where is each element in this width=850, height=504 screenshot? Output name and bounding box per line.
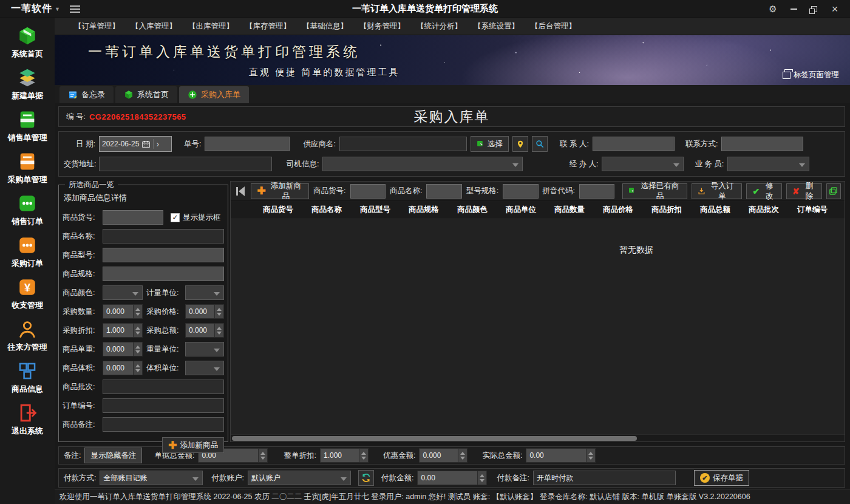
- horizontal-scrollbar[interactable]: [231, 434, 845, 441]
- tab-page-manager-button[interactable]: 标签页面管理: [783, 70, 839, 80]
- batch-input[interactable]: [103, 380, 224, 394]
- spinner-arrows[interactable]: [133, 342, 142, 356]
- col-price[interactable]: 商品价格: [594, 205, 642, 215]
- spinner-arrows[interactable]: [477, 471, 486, 485]
- sidebar-item-purchase-orders-mgmt[interactable]: 采购单管理: [1, 151, 53, 185]
- date-expand-arrow[interactable]: ›: [153, 139, 160, 149]
- col-model[interactable]: 商品型号: [351, 205, 399, 215]
- menu-backend-mgmt[interactable]: 【后台管理】: [531, 21, 576, 32]
- contact-input[interactable]: [593, 137, 675, 151]
- spinner-arrows[interactable]: [458, 449, 467, 462]
- add-new-product-button[interactable]: ✚ 添加新商品: [162, 437, 224, 453]
- menu-inbound-mgmt[interactable]: 【入库管理】: [131, 21, 177, 32]
- purchase-price-spinner[interactable]: 0.000: [185, 304, 224, 319]
- address-input[interactable]: [99, 157, 272, 171]
- search-pinyin-input[interactable]: [579, 184, 614, 199]
- volume-unit-select[interactable]: [185, 361, 224, 375]
- product-color-select[interactable]: [103, 285, 143, 300]
- sidebar-item-purchase-order[interactable]: 采购订单: [1, 235, 53, 269]
- measure-unit-select[interactable]: [185, 285, 224, 300]
- spinner-arrows[interactable]: [258, 449, 267, 462]
- sidebar-item-product-info[interactable]: 商品信息: [1, 361, 53, 395]
- sidebar-item-contacts[interactable]: 往来方管理: [1, 319, 53, 353]
- contact-way-input[interactable]: [721, 137, 803, 151]
- restore-window-button[interactable]: [806, 2, 822, 16]
- whole-discount-spinner[interactable]: 1.000: [320, 448, 369, 463]
- delete-row-button[interactable]: ✘ 删除: [786, 183, 822, 199]
- menu-statistics[interactable]: 【统计分析】: [416, 21, 462, 32]
- spinner-arrows[interactable]: [214, 305, 223, 318]
- col-remark[interactable]: 商品备注: [837, 205, 845, 215]
- pay-method-select[interactable]: 全部账目记账: [100, 471, 203, 485]
- volume-spinner[interactable]: 0.000: [103, 361, 143, 375]
- pick-existing-product-button[interactable]: 选择已有商品: [622, 183, 687, 199]
- tab-home[interactable]: 系统首页: [115, 86, 177, 103]
- hamburger-menu-icon[interactable]: [70, 5, 80, 13]
- spinner-arrows[interactable]: [359, 449, 368, 462]
- spinner-arrows[interactable]: [214, 324, 223, 337]
- product-spec-input[interactable]: [103, 267, 224, 281]
- sidebar-item-exit[interactable]: 退出系统: [1, 403, 53, 437]
- menu-finance-mgmt[interactable]: 【财务管理】: [359, 21, 405, 32]
- spinner-arrows[interactable]: [133, 324, 142, 337]
- toolbar-add-product-button[interactable]: ✚ 添加新商品: [251, 183, 309, 199]
- salesman-select[interactable]: [727, 157, 809, 171]
- purchase-total-spinner[interactable]: 0.000: [185, 323, 224, 338]
- search-model-input[interactable]: [503, 184, 538, 199]
- edit-row-button[interactable]: ✔ 修改: [746, 183, 782, 199]
- location-pin-button[interactable]: [512, 136, 528, 152]
- unit-weight-spinner[interactable]: 0.000: [103, 342, 143, 356]
- col-unit[interactable]: 商品单位: [497, 205, 545, 215]
- app-menu-caret-icon[interactable]: ▼: [55, 6, 60, 12]
- handler-select[interactable]: [602, 157, 684, 171]
- date-picker[interactable]: 2022-06-25 ›: [99, 136, 172, 152]
- pay-amount-spinner[interactable]: 0.00: [417, 471, 487, 485]
- col-discount[interactable]: 商品折扣: [642, 205, 691, 215]
- col-name[interactable]: 商品名称: [302, 205, 351, 215]
- tab-memo[interactable]: 备忘录: [59, 86, 114, 103]
- search-name-input[interactable]: [426, 184, 461, 199]
- sidebar-item-sales-order[interactable]: 销售订单: [1, 193, 53, 227]
- weight-unit-select[interactable]: [185, 342, 224, 356]
- menu-order-mgmt[interactable]: 【订单管理】: [74, 21, 120, 32]
- menu-outbound-mgmt[interactable]: 【出库管理】: [188, 21, 234, 32]
- col-order-no[interactable]: 订单编号: [788, 205, 837, 215]
- show-tip-checkbox[interactable]: [171, 213, 180, 222]
- refresh-accounts-button[interactable]: [358, 470, 374, 486]
- product-remark-input[interactable]: [103, 417, 224, 432]
- col-item-no[interactable]: 商品货号: [254, 205, 302, 215]
- sidebar-item-income-expense[interactable]: ¥ 收支管理: [1, 277, 53, 311]
- copy-row-button[interactable]: [826, 183, 841, 199]
- settings-gear-icon[interactable]: ⚙: [765, 2, 781, 16]
- supplier-select-button[interactable]: 选择: [471, 136, 509, 152]
- import-order-button[interactable]: 导入订单: [692, 183, 743, 199]
- tab-purchase-inbound[interactable]: 采购入库单: [179, 86, 249, 103]
- actual-total-spinner[interactable]: 0.00: [526, 448, 596, 463]
- spinner-arrows[interactable]: [133, 305, 142, 318]
- spinner-arrows[interactable]: [586, 449, 595, 462]
- supplier-search-button[interactable]: [532, 136, 548, 152]
- spinner-arrows[interactable]: [133, 361, 142, 375]
- order-no-input[interactable]: [103, 398, 224, 413]
- scrollbar-thumb[interactable]: [232, 436, 637, 441]
- supplier-input[interactable]: [339, 137, 467, 151]
- sidebar-item-new-document[interactable]: 新建单据: [1, 67, 53, 101]
- menu-system-settings[interactable]: 【系统设置】: [474, 21, 519, 32]
- coupon-spinner[interactable]: 0.000: [419, 448, 467, 463]
- menu-basic-info[interactable]: 【基础信息】: [302, 21, 348, 32]
- app-logo-text[interactable]: 一苇软件: [11, 2, 52, 15]
- pay-note-input[interactable]: 开单时付款: [533, 471, 676, 485]
- sidebar-item-sales-orders-mgmt[interactable]: 销售单管理: [1, 109, 53, 143]
- col-total[interactable]: 商品总额: [691, 205, 739, 215]
- driver-select[interactable]: [322, 157, 523, 171]
- product-name-input[interactable]: [103, 229, 224, 243]
- product-model-input[interactable]: [103, 248, 224, 262]
- search-item-no-input[interactable]: [350, 184, 386, 199]
- purchase-qty-spinner[interactable]: 0.000: [103, 304, 143, 319]
- item-no-input[interactable]: [103, 210, 163, 225]
- col-batch[interactable]: 商品批次: [739, 205, 788, 215]
- col-qty[interactable]: 商品数量: [545, 205, 594, 215]
- pay-account-select[interactable]: 默认账户: [248, 471, 351, 485]
- save-document-button[interactable]: ✔ 保存单据: [694, 470, 749, 486]
- sidebar-item-home[interactable]: 系统首页: [1, 26, 53, 60]
